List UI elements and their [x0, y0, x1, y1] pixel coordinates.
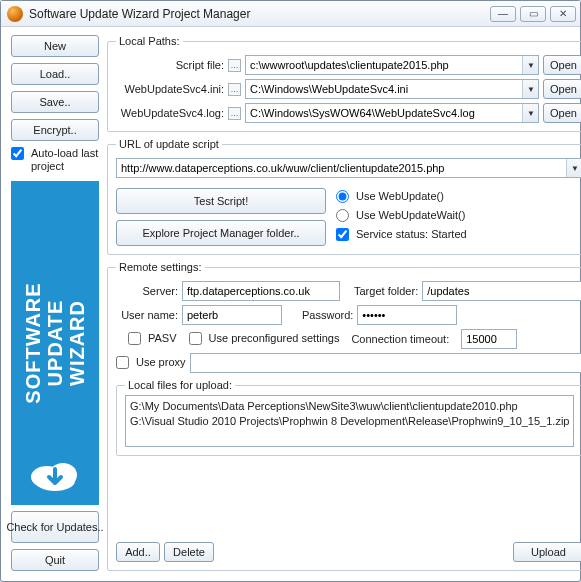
upload-button[interactable]: Upload	[513, 542, 581, 562]
ini-open-button[interactable]: Open	[543, 79, 581, 99]
url-legend: URL of update script	[116, 138, 222, 150]
service-status-label: Service status: Started	[356, 228, 467, 241]
files-listbox[interactable]: G:\My Documents\Data Perceptions\NewSite…	[125, 395, 574, 447]
timeout-label: Connection timeout:	[351, 333, 449, 345]
user-label: User name:	[116, 309, 178, 321]
pasv-label: PASV	[148, 332, 177, 345]
target-input[interactable]	[422, 281, 581, 301]
proxy-row[interactable]: Use proxy	[116, 356, 186, 369]
use-webupdate-radio[interactable]	[336, 190, 349, 203]
files-group: Local files for upload: G:\My Documents\…	[116, 379, 581, 456]
test-script-button[interactable]: Test Script!	[116, 188, 326, 214]
ini-browse-icon[interactable]: …	[228, 83, 241, 96]
password-label: Password:	[302, 309, 353, 321]
app-icon	[7, 6, 23, 22]
use-webupdate-label: Use WebUpdate()	[356, 190, 444, 203]
log-label: WebUpdateSvc4.log:	[116, 107, 224, 119]
use-webupdatewait-radio[interactable]	[336, 209, 349, 222]
delete-button[interactable]: Delete	[164, 542, 214, 562]
pasv-checkbox[interactable]	[128, 332, 141, 345]
maximize-button[interactable]: ▭	[520, 6, 546, 22]
pasv-row[interactable]: PASV	[128, 332, 177, 345]
load-button[interactable]: Load..	[11, 63, 99, 85]
titlebar: Software Update Wizard Project Manager —…	[1, 1, 580, 27]
files-legend: Local files for upload:	[125, 379, 235, 391]
use-webupdate-row[interactable]: Use WebUpdate()	[336, 190, 467, 203]
explore-folder-button[interactable]: Explore Project Manager folder..	[116, 220, 326, 246]
preconf-row[interactable]: Use preconfigured settings	[189, 332, 340, 345]
banner-line2: UPDATE	[44, 300, 66, 387]
chevron-down-icon[interactable]: ▼	[522, 80, 538, 98]
remote-group: Remote settings: Server: Target folder: …	[107, 261, 581, 571]
use-webupdatewait-label: Use WebUpdateWait()	[356, 209, 465, 222]
cloud-download-icon	[27, 455, 83, 495]
local-paths-group: Local Paths: Script file: … ▼ Open WebUp…	[107, 35, 581, 132]
app-window: Software Update Wizard Project Manager —…	[0, 0, 581, 582]
autoload-checkbox[interactable]	[11, 147, 24, 160]
remote-legend: Remote settings:	[116, 261, 205, 273]
chevron-down-icon[interactable]: ▼	[566, 159, 581, 177]
banner-line3: WIZARD	[66, 300, 88, 386]
use-webupdatewait-row[interactable]: Use WebUpdateWait()	[336, 209, 467, 222]
preconf-checkbox[interactable]	[189, 332, 202, 345]
close-button[interactable]: ✕	[550, 6, 576, 22]
banner: SOFTWARE UPDATE WIZARD	[11, 181, 99, 505]
proxy-checkbox[interactable]	[116, 356, 129, 369]
list-item[interactable]: G:\My Documents\Data Perceptions\NewSite…	[130, 399, 569, 414]
preconf-label: Use preconfigured settings	[209, 332, 340, 345]
log-browse-icon[interactable]: …	[228, 107, 241, 120]
autoload-checkbox-row[interactable]: Auto-load last project	[11, 147, 99, 173]
proxy-input[interactable]	[190, 353, 581, 373]
list-item[interactable]: G:\Visual Studio 2010 Projects\Prophwin …	[130, 414, 569, 429]
proxy-label: Use proxy	[136, 356, 186, 369]
script-file-input[interactable]	[245, 55, 539, 75]
chevron-down-icon[interactable]: ▼	[522, 56, 538, 74]
log-input[interactable]	[245, 103, 539, 123]
new-button[interactable]: New	[11, 35, 99, 57]
script-open-button[interactable]: Open	[543, 55, 581, 75]
user-input[interactable]	[182, 305, 282, 325]
window-title: Software Update Wizard Project Manager	[29, 7, 490, 21]
check-updates-button[interactable]: Check for Updates..	[11, 511, 99, 543]
encrypt-button[interactable]: Encrypt..	[11, 119, 99, 141]
url-group: URL of update script ▼ Test Script! Expl…	[107, 138, 581, 255]
quit-button[interactable]: Quit	[11, 549, 99, 571]
banner-line1: SOFTWARE	[22, 283, 44, 404]
local-paths-legend: Local Paths:	[116, 35, 183, 47]
save-button[interactable]: Save..	[11, 91, 99, 113]
autoload-label: Auto-load last project	[31, 147, 99, 173]
script-file-label: Script file:	[116, 59, 224, 71]
target-label: Target folder:	[354, 285, 418, 297]
minimize-button[interactable]: —	[490, 6, 516, 22]
url-input[interactable]	[116, 158, 581, 178]
add-button[interactable]: Add..	[116, 542, 160, 562]
chevron-down-icon[interactable]: ▼	[522, 104, 538, 122]
server-input[interactable]	[182, 281, 340, 301]
ini-input[interactable]	[245, 79, 539, 99]
timeout-input[interactable]	[461, 329, 517, 349]
service-status-row[interactable]: Service status: Started	[336, 228, 467, 241]
script-file-browse-icon[interactable]: …	[228, 59, 241, 72]
password-input[interactable]	[357, 305, 457, 325]
ini-label: WebUpdateSvc4.ini:	[116, 83, 224, 95]
service-status-checkbox[interactable]	[336, 228, 349, 241]
server-label: Server:	[116, 285, 178, 297]
log-open-button[interactable]: Open	[543, 103, 581, 123]
